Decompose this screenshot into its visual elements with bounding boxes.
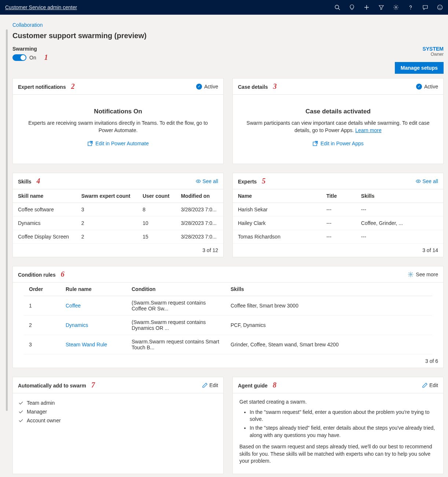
bulb-icon[interactable]: [349, 4, 355, 10]
search-icon[interactable]: [334, 4, 340, 10]
skills-col-expert[interactable]: Swarm expert count: [76, 189, 137, 203]
check-icon: ✓: [416, 84, 422, 90]
face-icon[interactable]: [437, 4, 443, 10]
guide-bullet: In the "swarm request" field, enter a qu…: [250, 409, 437, 423]
open-icon: [312, 141, 318, 146]
pencil-icon: [202, 382, 208, 388]
auto-add-edit[interactable]: Edit: [202, 382, 218, 388]
rule-link[interactable]: Dynamics: [66, 322, 88, 328]
list-item: Team admin: [18, 398, 218, 407]
skills-footer: 3 of 12: [13, 244, 223, 257]
table-row[interactable]: Dynamics2103/28/2023 7:0...: [13, 216, 223, 230]
plus-icon[interactable]: [364, 4, 370, 10]
experts-see-all[interactable]: See all: [416, 178, 438, 184]
breadcrumb[interactable]: Collaboration: [12, 22, 444, 28]
skills-col-mod[interactable]: Modified on: [176, 189, 223, 203]
edit-power-automate-link[interactable]: Edit in Power Automate: [87, 141, 149, 146]
list-item: Account owner: [18, 416, 218, 425]
top-nav-bar: Customer Service admin center: [0, 0, 448, 15]
guide-outro: Based on the swarm request and steps alr…: [239, 443, 437, 465]
annotation-5: 5: [262, 177, 265, 185]
condition-rules-card: Condition rules 6 See more Order Rule na…: [12, 266, 444, 368]
rules-title: Condition rules: [18, 272, 56, 278]
check-icon: [18, 418, 24, 423]
table-row[interactable]: Coffee Display Screen2153/28/2023 7:0...: [13, 230, 223, 244]
rules-see-more[interactable]: See more: [408, 272, 438, 277]
swarming-toggle[interactable]: [12, 54, 26, 61]
owner-label: Owner: [422, 52, 444, 57]
table-row[interactable]: Coffee software383/28/2023 7:0...: [13, 203, 223, 216]
pencil-icon: [422, 382, 428, 388]
annotation-6: 6: [61, 270, 65, 278]
case-desc: Swarm participants can view important ca…: [242, 120, 434, 134]
check-icon: [18, 400, 24, 406]
skills-table: Skill name Swarm expert count User count…: [13, 189, 223, 244]
table-row[interactable]: 1Coffee(Swarm.Swarm request contains Cof…: [24, 296, 432, 316]
swarming-label: Swarming: [12, 46, 48, 52]
list-item: Manager: [18, 407, 218, 416]
table-row[interactable]: 2Dynamics(Swarm.Swarm request contains D…: [24, 316, 432, 335]
annotation-8: 8: [273, 381, 276, 389]
annotation-4: 4: [37, 177, 40, 185]
table-row[interactable]: 3Steam Wand RuleSwarm.Swarm request cont…: [24, 335, 432, 354]
rule-link[interactable]: Steam Wand Rule: [66, 342, 107, 347]
auto-add-card: Automatically add to swarm 7 Edit Team a…: [12, 377, 224, 474]
experts-col-skills[interactable]: Skills: [356, 189, 443, 203]
case-details-title: Case details: [238, 84, 268, 90]
swarming-toggle-text: On: [29, 55, 36, 61]
expert-notifications-card: Expert notifications 2 ✓ Active Notifica…: [12, 78, 224, 164]
experts-col-title[interactable]: Title: [321, 189, 356, 203]
experts-footer: 3 of 14: [233, 244, 443, 257]
notifications-desc: Experts are receiving swarm invitations …: [22, 120, 214, 134]
annotation-1: 1: [44, 53, 48, 62]
experts-col-name[interactable]: Name: [233, 189, 321, 203]
experts-card: Experts 5 See all Name Title Skills Hari…: [232, 173, 444, 257]
skills-see-all[interactable]: See all: [196, 178, 218, 184]
skills-col-user[interactable]: User count: [137, 189, 176, 203]
guide-intro: Get started creating a swarm.: [239, 398, 437, 406]
rules-col-cond[interactable]: Condition: [126, 283, 225, 296]
skills-card: Skills 4 See all Skill name Swarm expert…: [12, 173, 224, 257]
case-heading: Case details activated: [242, 108, 434, 115]
check-icon: ✓: [196, 84, 202, 90]
agent-guide-card: Agent guide 8 Edit Get started creating …: [232, 377, 444, 474]
learn-more-link[interactable]: Learn more: [355, 127, 382, 133]
edit-power-apps-link[interactable]: Edit in Power Apps: [312, 141, 364, 146]
rules-table: Order Rule name Condition Skills 1Coffee…: [24, 283, 432, 354]
case-details-card: Case details 3 ✓ Active Case details act…: [232, 78, 444, 164]
experts-title: Experts: [238, 179, 257, 185]
annotation-7: 7: [91, 381, 95, 389]
owner-system[interactable]: SYSTEM: [422, 46, 444, 52]
check-icon: [18, 409, 24, 415]
chat-icon[interactable]: [422, 4, 428, 10]
notifications-heading: Notifications On: [22, 108, 214, 115]
table-row[interactable]: Harish Sekar------: [233, 203, 443, 216]
guide-bullet: In the "steps already tried" field, ente…: [250, 425, 437, 439]
active-badge: Active: [204, 84, 218, 90]
gear-icon[interactable]: [393, 4, 399, 10]
rule-link[interactable]: Coffee: [66, 303, 81, 309]
open-icon: [87, 141, 93, 146]
filter-icon[interactable]: [378, 4, 384, 10]
scrollbar[interactable]: [6, 29, 8, 411]
guide-edit[interactable]: Edit: [422, 382, 438, 388]
rules-col-skills[interactable]: Skills: [225, 283, 432, 296]
manage-setups-button[interactable]: Manage setups: [395, 62, 444, 74]
rules-col-name[interactable]: Rule name: [60, 283, 126, 296]
eye-icon: [416, 179, 421, 184]
app-title[interactable]: Customer Service admin center: [5, 4, 77, 10]
annotation-3: 3: [273, 82, 277, 91]
active-badge: Active: [424, 84, 438, 90]
skills-col-name[interactable]: Skill name: [13, 189, 76, 203]
skills-title: Skills: [18, 179, 32, 185]
annotation-2: 2: [71, 82, 75, 91]
page-title: Customer support swarming (preview): [12, 32, 444, 40]
rules-col-order[interactable]: Order: [24, 283, 60, 296]
table-row[interactable]: Hailey Clark---Coffee, Grinder, ...: [233, 216, 443, 230]
help-icon[interactable]: [408, 4, 414, 10]
table-row[interactable]: Tomas Richardson------: [233, 230, 443, 244]
eye-icon: [196, 179, 201, 184]
auto-add-title: Automatically add to swarm: [18, 383, 86, 389]
guide-title: Agent guide: [238, 383, 268, 389]
expert-notifications-title: Expert notifications: [18, 84, 66, 90]
